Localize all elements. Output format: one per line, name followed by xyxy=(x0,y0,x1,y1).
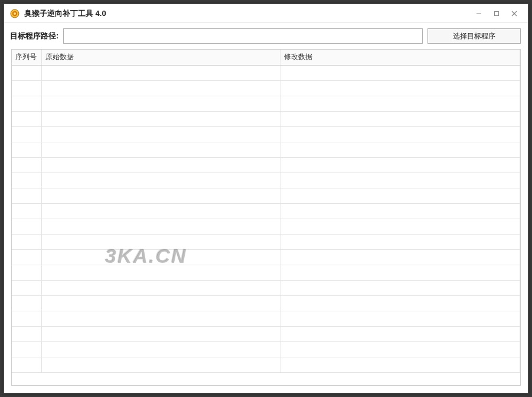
table-cell-seq xyxy=(12,341,41,357)
table-cell-original xyxy=(41,65,280,80)
table-row[interactable] xyxy=(12,295,520,311)
table-cell-original xyxy=(41,80,280,96)
table-cell-original xyxy=(41,295,280,311)
table-cell-seq xyxy=(12,80,41,96)
table-cell-seq xyxy=(12,249,41,265)
table-cell-modified xyxy=(280,234,520,249)
table-cell-modified xyxy=(280,173,520,188)
table-cell-original xyxy=(41,311,280,326)
col-header-original[interactable]: 原始数据 xyxy=(41,50,280,65)
table-cell-original xyxy=(41,280,280,295)
table-row[interactable] xyxy=(12,280,520,295)
table-row[interactable] xyxy=(12,126,520,142)
table-header-row: 序列号 原始数据 修改数据 xyxy=(12,50,520,65)
table-row[interactable] xyxy=(12,65,520,80)
close-button[interactable] xyxy=(505,6,523,21)
table-row[interactable] xyxy=(12,357,520,372)
table-cell-seq xyxy=(12,311,41,326)
window-title: 臭猴子逆向补丁工具 4.0 xyxy=(24,8,470,19)
table-cell-original xyxy=(41,341,280,357)
window-controls xyxy=(470,6,523,21)
maximize-button[interactable] xyxy=(488,6,505,21)
table-cell-modified xyxy=(280,188,520,203)
table-cell-seq xyxy=(12,96,41,111)
table-cell-original xyxy=(41,234,280,249)
table-cell-seq xyxy=(12,265,41,280)
table-row[interactable] xyxy=(12,234,520,249)
table-cell-seq xyxy=(12,357,41,372)
table-cell-seq xyxy=(12,219,41,234)
app-window: 臭猴子逆向补丁工具 4.0 目标程序路径: 选择目标程序 序列号 xyxy=(4,4,528,393)
table-row[interactable] xyxy=(12,203,520,219)
table-cell-seq xyxy=(12,157,41,173)
table-cell-seq xyxy=(12,188,41,203)
table-row[interactable] xyxy=(12,80,520,96)
table-cell-seq xyxy=(12,173,41,188)
svg-point-2 xyxy=(14,12,16,14)
table-row[interactable] xyxy=(12,142,520,157)
table-cell-seq xyxy=(12,65,41,80)
minimize-icon xyxy=(476,11,482,17)
table-cell-modified xyxy=(280,80,520,96)
table-cell-original xyxy=(41,96,280,111)
table-cell-original xyxy=(41,219,280,234)
table-cell-modified xyxy=(280,311,520,326)
table-cell-seq xyxy=(12,234,41,249)
svg-rect-4 xyxy=(495,11,499,15)
table-cell-original xyxy=(41,157,280,173)
table-row[interactable] xyxy=(12,249,520,265)
table-cell-original xyxy=(41,265,280,280)
table-cell-seq xyxy=(12,326,41,341)
table-cell-modified xyxy=(280,219,520,234)
table-cell-modified xyxy=(280,295,520,311)
table-cell-original xyxy=(41,126,280,142)
data-table-container: 序列号 原始数据 修改数据 3KA.CN xyxy=(11,49,521,386)
table-cell-modified xyxy=(280,326,520,341)
table-row[interactable] xyxy=(12,96,520,111)
table-cell-original xyxy=(41,111,280,126)
table-cell-original xyxy=(41,173,280,188)
table-cell-original xyxy=(41,142,280,157)
table-cell-original xyxy=(41,326,280,341)
maximize-icon xyxy=(494,11,500,17)
table-cell-original xyxy=(41,357,280,372)
table-row[interactable] xyxy=(12,341,520,357)
table-cell-modified xyxy=(280,357,520,372)
table-cell-seq xyxy=(12,126,41,142)
table-row[interactable] xyxy=(12,265,520,280)
target-path-input[interactable] xyxy=(63,28,423,44)
table-cell-modified xyxy=(280,111,520,126)
col-header-seq[interactable]: 序列号 xyxy=(12,50,41,65)
table-cell-seq xyxy=(12,295,41,311)
table-cell-modified xyxy=(280,126,520,142)
table-cell-modified xyxy=(280,203,520,219)
table-cell-original xyxy=(41,188,280,203)
table-cell-modified xyxy=(280,280,520,295)
table-row[interactable] xyxy=(12,157,520,173)
table-cell-modified xyxy=(280,249,520,265)
table-cell-seq xyxy=(12,280,41,295)
table-cell-original xyxy=(41,203,280,219)
table-cell-modified xyxy=(280,96,520,111)
table-row[interactable] xyxy=(12,219,520,234)
table-cell-modified xyxy=(280,65,520,80)
titlebar: 臭猴子逆向补丁工具 4.0 xyxy=(4,4,528,23)
toolbar: 目标程序路径: 选择目标程序 xyxy=(4,23,528,49)
col-header-modified[interactable]: 修改数据 xyxy=(280,50,520,65)
table-cell-modified xyxy=(280,157,520,173)
minimize-button[interactable] xyxy=(470,6,488,21)
table-cell-modified xyxy=(280,142,520,157)
table-row[interactable] xyxy=(12,326,520,341)
table-row[interactable] xyxy=(12,173,520,188)
app-icon xyxy=(10,9,19,18)
table-cell-seq xyxy=(12,203,41,219)
path-label: 目标程序路径: xyxy=(10,31,58,41)
table-row[interactable] xyxy=(12,311,520,326)
table-cell-original xyxy=(41,249,280,265)
table-row[interactable] xyxy=(12,111,520,126)
browse-target-button[interactable]: 选择目标程序 xyxy=(427,28,521,44)
table-cell-modified xyxy=(280,265,520,280)
close-icon xyxy=(511,11,517,17)
table-cell-seq xyxy=(12,111,41,126)
table-row[interactable] xyxy=(12,188,520,203)
